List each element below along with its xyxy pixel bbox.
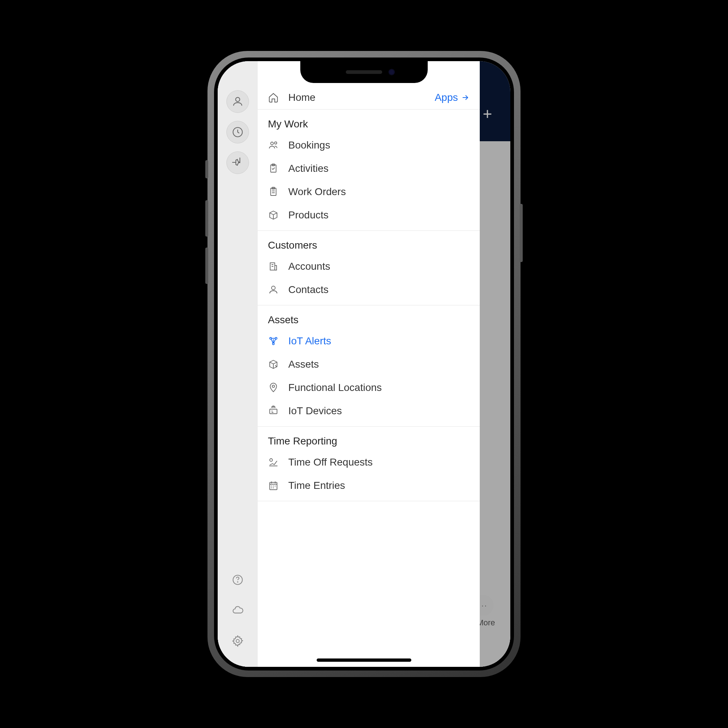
section-assets: Assets IoT Alerts Assets F <box>258 305 480 427</box>
svg-point-5 <box>271 142 274 145</box>
nav-label: IoT Alerts <box>288 335 331 347</box>
location-icon <box>268 382 279 393</box>
nav-item-work-orders[interactable]: Work Orders <box>258 180 480 203</box>
svg-point-16 <box>272 385 274 387</box>
svg-point-3 <box>237 582 238 582</box>
time-off-icon <box>268 457 279 468</box>
nav-item-accounts[interactable]: Accounts <box>258 255 480 278</box>
nav-item-assets[interactable]: Assets <box>258 353 480 376</box>
svg-rect-17 <box>270 409 277 414</box>
navigation-drawer: Home Apps My Work Bookings <box>218 61 480 667</box>
nav-item-time-off-requests[interactable]: Time Off Requests <box>258 451 480 474</box>
nav-label: Products <box>288 209 329 221</box>
phone-frame: + ··· More <box>208 51 520 677</box>
nav-label: Work Orders <box>288 186 346 198</box>
svg-point-6 <box>274 142 277 144</box>
nav-item-bookings[interactable]: Bookings <box>258 134 480 157</box>
nav-label: Activities <box>288 163 328 174</box>
section-customers: Customers Accounts Contacts <box>258 231 480 305</box>
mute-switch <box>205 160 208 178</box>
settings-button[interactable] <box>226 630 249 652</box>
home-indicator <box>317 658 411 662</box>
person-icon <box>231 95 244 108</box>
apps-link-label: Apps <box>434 92 458 103</box>
svg-point-4 <box>236 639 240 643</box>
box-edit-icon <box>268 359 279 370</box>
arrow-right-icon <box>461 93 470 102</box>
nav-item-functional-locations[interactable]: Functional Locations <box>258 376 480 399</box>
nav-item-iot-devices[interactable]: IoT Devices <box>258 399 480 423</box>
nav-label: Time Entries <box>288 480 345 491</box>
pin-button[interactable] <box>226 151 249 174</box>
clipboard-check-icon <box>268 163 279 174</box>
nav-item-contacts[interactable]: Contacts <box>258 278 480 301</box>
profile-button[interactable] <box>226 90 249 113</box>
home-icon <box>268 92 279 103</box>
nav-label: IoT Devices <box>288 405 342 417</box>
volume-down-button <box>205 248 208 284</box>
nav-home-label: Home <box>288 92 316 103</box>
gear-icon <box>231 635 244 647</box>
nav-item-products[interactable]: Products <box>258 203 480 227</box>
notch <box>300 61 428 83</box>
svg-point-18 <box>270 459 273 462</box>
svg-point-0 <box>236 98 240 102</box>
calendar-icon <box>268 480 279 491</box>
nav-item-iot-alerts[interactable]: IoT Alerts <box>258 329 480 353</box>
nav-label: Accounts <box>288 261 330 272</box>
icon-rail <box>218 61 258 667</box>
svg-point-12 <box>272 286 275 290</box>
nav-label: Functional Locations <box>288 382 382 393</box>
clipboard-list-icon <box>268 187 279 197</box>
recent-button[interactable] <box>226 121 249 144</box>
nav-label: Time Off Requests <box>288 456 373 468</box>
nav-home-row[interactable]: Home Apps <box>258 84 480 110</box>
cloud-button[interactable] <box>226 599 249 622</box>
volume-up-button <box>205 200 208 237</box>
help-icon <box>231 574 244 586</box>
nav-label: Assets <box>288 359 319 370</box>
section-header-customers: Customers <box>258 231 480 255</box>
nav-label: Bookings <box>288 139 330 151</box>
svg-point-15 <box>273 343 274 345</box>
nav-item-time-entries[interactable]: Time Entries <box>258 474 480 497</box>
people-icon <box>268 140 279 151</box>
pin-icon <box>231 156 244 169</box>
box-icon <box>268 210 279 220</box>
person-icon <box>268 284 279 295</box>
section-my-work: My Work Bookings Activities <box>258 110 480 231</box>
clock-icon <box>231 126 244 138</box>
nav-panel: Home Apps My Work Bookings <box>258 61 480 667</box>
building-icon <box>268 261 279 272</box>
nav-item-activities[interactable]: Activities <box>258 157 480 180</box>
section-header-my-work: My Work <box>258 110 480 134</box>
nav-label: Contacts <box>288 284 329 295</box>
power-button <box>520 204 523 262</box>
iot-alert-icon <box>268 336 279 347</box>
device-icon <box>268 405 279 416</box>
section-time-reporting: Time Reporting Time Off Requests Time En… <box>258 427 480 501</box>
cloud-icon <box>231 604 244 616</box>
section-header-time-reporting: Time Reporting <box>258 427 480 451</box>
apps-link[interactable]: Apps <box>434 92 470 103</box>
help-button[interactable] <box>226 569 249 591</box>
section-header-assets: Assets <box>258 305 480 329</box>
